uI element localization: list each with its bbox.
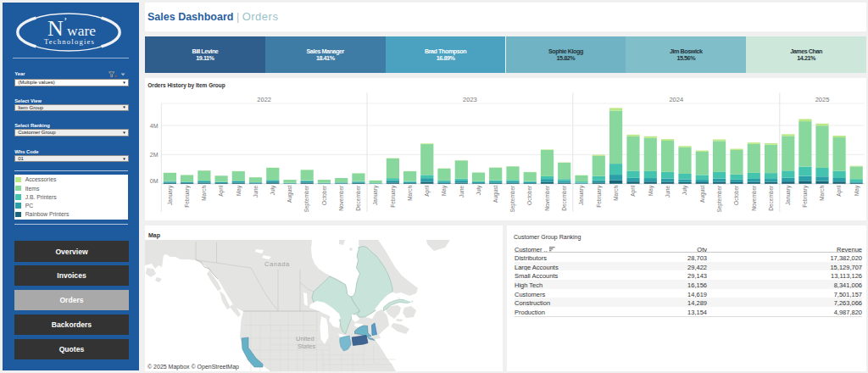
svg-text:August: August — [287, 185, 293, 202]
svg-text:July: July — [270, 185, 276, 195]
svg-text:October: October — [733, 184, 739, 204]
svg-text:May: May — [441, 185, 448, 196]
svg-text:May: May — [236, 185, 242, 196]
svg-text:January: January — [578, 185, 585, 205]
svg-text:2022: 2022 — [257, 95, 271, 103]
svg-text:April: April — [836, 185, 843, 197]
svg-text:N: N — [47, 16, 64, 41]
svg-text:March: March — [201, 185, 207, 200]
svg-text:December: December — [355, 184, 361, 210]
svg-text:© 2025 Mapbox © OpenStreetMap: © 2025 Mapbox © OpenStreetMap — [147, 364, 239, 370]
svg-text:November: November — [338, 184, 344, 210]
svg-text:January: January — [372, 185, 379, 205]
svg-text:March: March — [819, 185, 825, 200]
svg-text:February: February — [596, 185, 603, 208]
svg-text:2025: 2025 — [815, 95, 830, 103]
svg-text:Technologies: Technologies — [44, 37, 95, 46]
svg-text:June: June — [665, 185, 670, 197]
svg-text:October: October — [321, 184, 327, 204]
svg-text:July: July — [476, 185, 482, 195]
svg-text:ware: ware — [67, 22, 96, 39]
svg-text:September: September — [716, 184, 723, 212]
svg-text:December: December — [768, 184, 774, 210]
svg-text:2023: 2023 — [463, 95, 477, 103]
svg-text:May: May — [854, 185, 860, 196]
svg-text:November: November — [751, 184, 757, 210]
svg-text:2024: 2024 — [669, 95, 683, 103]
svg-text:August: August — [699, 185, 706, 202]
svg-text:July: July — [682, 185, 688, 195]
svg-text:September: September — [303, 184, 310, 212]
svg-text:June: June — [459, 185, 465, 197]
svg-text:April: April — [630, 185, 637, 197]
svg-text:June: June — [253, 185, 259, 197]
svg-text:4M: 4M — [150, 122, 159, 128]
svg-text:August: August — [492, 185, 499, 202]
svg-text:December: December — [561, 184, 567, 210]
svg-text:November: November — [544, 184, 550, 210]
svg-text:February: February — [802, 185, 809, 208]
svg-text:April: April — [218, 185, 225, 197]
svg-text:April: April — [424, 185, 431, 197]
svg-text:September: September — [509, 184, 516, 212]
svg-text:0M: 0M — [150, 177, 159, 183]
svg-text:January: January — [785, 185, 792, 205]
svg-text:February: February — [184, 185, 191, 208]
svg-text:Canada: Canada — [264, 260, 290, 268]
svg-text:March: March — [407, 185, 413, 200]
svg-text:States: States — [298, 342, 316, 350]
svg-text:2M: 2M — [150, 151, 159, 157]
svg-text:March: March — [613, 185, 619, 200]
svg-text:October: October — [526, 184, 532, 204]
svg-text:May: May — [648, 185, 654, 196]
svg-text:January: January — [167, 185, 174, 205]
svg-text:February: February — [390, 185, 397, 208]
svg-text:United: United — [296, 335, 314, 342]
